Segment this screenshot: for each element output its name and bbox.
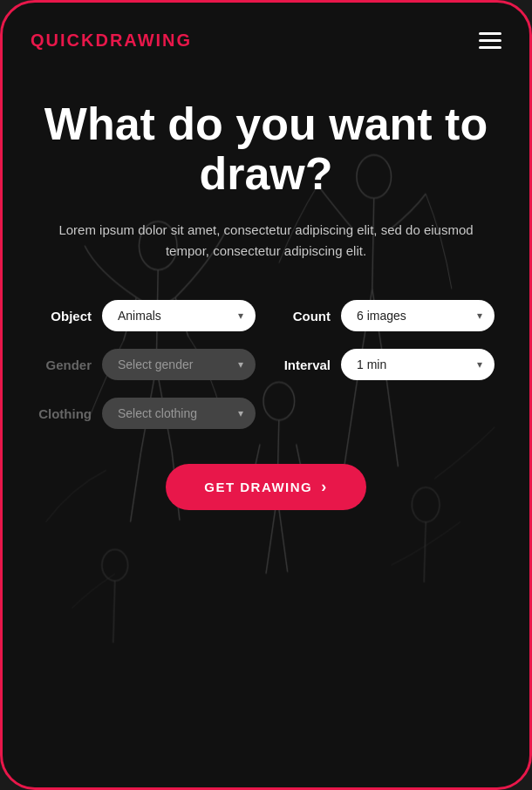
clothing-select-wrapper: Select clothing Casual Formal Sports Non… [102, 398, 256, 429]
page-content: QUICKDRAWING What do you want to draw? L… [3, 3, 529, 787]
hero-title: What do you want to draw? [38, 99, 494, 199]
get-drawing-label: GET DRAWING [204, 480, 312, 494]
logo: QUICKDRAWING [31, 31, 192, 51]
main-content: What do you want to draw? Lorem ipsum do… [3, 65, 529, 787]
gender-select[interactable]: Select gender Male Female Any [102, 349, 256, 380]
count-select-wrapper: 1 image 2 images 4 images 6 images 8 ima… [341, 300, 494, 331]
hamburger-line-1 [479, 32, 501, 35]
object-label: Object [38, 309, 92, 323]
get-drawing-button[interactable]: GET DRAWING › [166, 464, 366, 510]
clothing-label: Clothing [38, 406, 92, 421]
object-select[interactable]: Animals People Objects Nature [102, 300, 256, 331]
object-select-wrapper: Animals People Objects Nature ▾ [102, 300, 256, 331]
interval-select-wrapper: 30 sec 1 min 2 min 5 min 10 min ▾ [341, 349, 494, 380]
form-grid: Object Animals People Objects Nature ▾ C… [38, 300, 494, 429]
arrow-right-icon: › [321, 478, 328, 496]
interval-select[interactable]: 30 sec 1 min 2 min 5 min 10 min [341, 349, 494, 380]
header: QUICKDRAWING [3, 3, 529, 65]
interval-field: Interval 30 sec 1 min 2 min 5 min 10 min… [276, 349, 494, 380]
clothing-select[interactable]: Select clothing Casual Formal Sports Non… [102, 398, 256, 429]
clothing-field: Clothing Select clothing Casual Formal S… [38, 398, 256, 429]
phone-frame: QUICKDRAWING What do you want to draw? L… [0, 0, 532, 790]
button-row: GET DRAWING › [38, 464, 494, 510]
count-select[interactable]: 1 image 2 images 4 images 6 images 8 ima… [341, 300, 494, 331]
hero-subtitle: Lorem ipsum dolor sit amet, consectetur … [38, 220, 494, 262]
interval-label: Interval [276, 358, 331, 372]
menu-button[interactable] [479, 32, 501, 49]
object-field: Object Animals People Objects Nature ▾ [38, 300, 256, 331]
count-label: Count [276, 309, 331, 323]
gender-select-wrapper: Select gender Male Female Any ▾ [102, 349, 256, 380]
gender-label: Gender [38, 358, 92, 372]
count-field: Count 1 image 2 images 4 images 6 images… [276, 300, 494, 331]
hamburger-line-2 [479, 39, 501, 42]
hamburger-line-3 [479, 46, 501, 49]
gender-field: Gender Select gender Male Female Any ▾ [38, 349, 256, 380]
